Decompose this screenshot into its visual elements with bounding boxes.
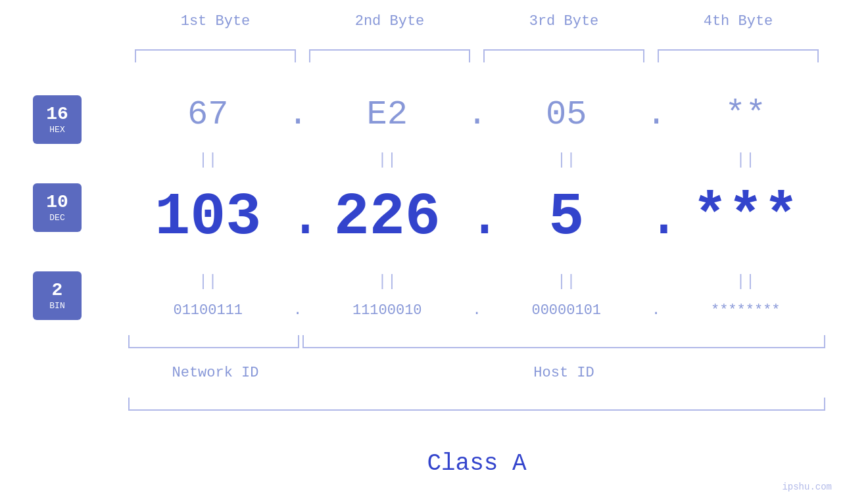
dec-value-1: 103 — [128, 184, 288, 251]
network-id-label: Network ID — [128, 365, 302, 381]
eq1-2: || — [308, 151, 468, 169]
hex-badge-num: 16 — [46, 104, 68, 125]
hex-value-1: 67 — [128, 95, 288, 134]
dec-value-2: 226 — [308, 184, 468, 251]
byte-columns: 1st Byte 2nd Byte 3rd Byte 4th Byte 67 .… — [128, 0, 845, 504]
bottom-brackets — [128, 335, 825, 348]
byte-header-1: 1st Byte — [128, 13, 302, 30]
dec-dot-2: . — [467, 184, 487, 251]
watermark: ipshu.com — [782, 482, 832, 492]
byte-header-3: 3rd Byte — [477, 13, 651, 30]
id-labels: Network ID Host ID — [128, 365, 825, 381]
hex-value-3: 05 — [487, 95, 646, 134]
bottom-bracket-host — [302, 335, 825, 348]
dec-dot-1: . — [288, 184, 308, 251]
bin-badge-num: 2 — [52, 281, 63, 301]
bin-value-3: 00000101 — [487, 302, 646, 319]
equals-row-2: || || || || — [128, 273, 825, 290]
bin-dot-2: . — [467, 302, 487, 319]
byte-header-2: 2nd Byte — [302, 13, 477, 30]
bin-value-4: ******** — [666, 302, 826, 319]
host-id-label: Host ID — [302, 365, 825, 381]
main-container: 16 HEX 10 DEC 2 BIN 1st Byte 2nd Byte 3r… — [0, 0, 845, 504]
bin-badge: 2 BIN — [33, 271, 82, 320]
bottom-bracket-network — [128, 335, 299, 348]
dec-value-3: 5 — [487, 184, 646, 251]
bin-dot-3: . — [646, 302, 666, 319]
eq2-3: || — [487, 273, 646, 290]
top-bracket-2 — [309, 49, 470, 62]
dec-badge-label: DEC — [49, 213, 64, 223]
top-brackets — [128, 49, 825, 62]
dec-value-4: *** — [666, 184, 826, 251]
equals-row-1: || || || || — [128, 151, 825, 169]
hex-dot-2: . — [467, 95, 487, 134]
hex-badge: 16 HEX — [33, 95, 82, 144]
bin-badge-label: BIN — [49, 301, 64, 311]
eq1-3: || — [487, 151, 646, 169]
eq1-4: || — [666, 151, 826, 169]
byte-header-4: 4th Byte — [651, 13, 825, 30]
hex-dot-1: . — [288, 95, 308, 134]
dec-badge: 10 DEC — [33, 183, 82, 232]
hex-value-4: ** — [666, 95, 826, 134]
eq1-1: || — [128, 151, 288, 169]
class-label: Class A — [128, 450, 825, 477]
hex-badge-label: HEX — [49, 125, 64, 135]
hex-value-2: E2 — [308, 95, 468, 134]
hex-row: 67 . E2 . 05 . ** — [128, 95, 825, 134]
bin-value-2: 11100010 — [308, 302, 468, 319]
eq2-2: || — [308, 273, 468, 290]
top-bracket-3 — [483, 49, 644, 62]
hex-dot-3: . — [646, 95, 666, 134]
badges-column: 16 HEX 10 DEC 2 BIN — [33, 95, 82, 320]
eq2-1: || — [128, 273, 288, 290]
dec-row: 103 . 226 . 5 . *** — [128, 184, 825, 251]
top-bracket-1 — [135, 49, 296, 62]
dec-badge-num: 10 — [46, 193, 68, 213]
bin-value-1: 01100111 — [128, 302, 288, 319]
eq2-4: || — [666, 273, 826, 290]
big-bottom-bracket — [128, 398, 825, 411]
top-bracket-4 — [658, 49, 819, 62]
dec-dot-3: . — [646, 184, 666, 251]
bin-dot-1: . — [288, 302, 308, 319]
bin-row: 01100111 . 11100010 . 00000101 . *******… — [128, 302, 825, 319]
byte-headers: 1st Byte 2nd Byte 3rd Byte 4th Byte — [128, 13, 825, 30]
